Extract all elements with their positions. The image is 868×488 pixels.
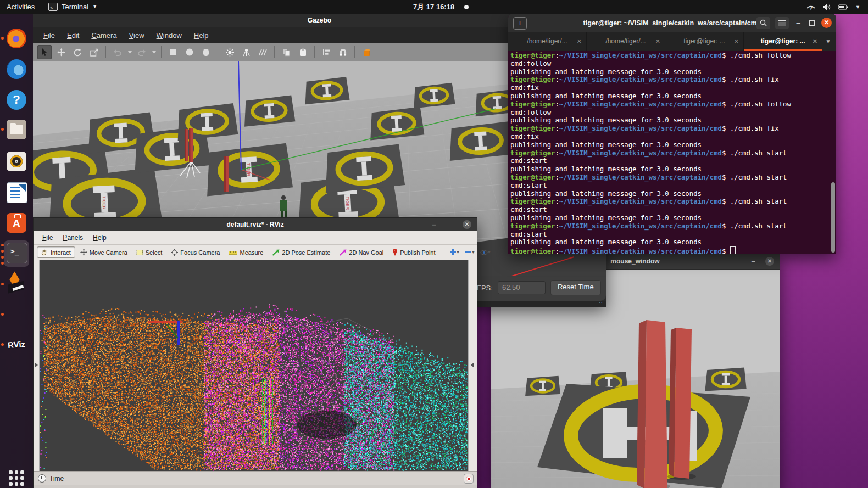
terminal-line-output: publishing and latching message for 3.0 … xyxy=(510,165,836,173)
app-menu-button[interactable]: Terminal ▼ xyxy=(43,0,103,14)
paste-button[interactable] xyxy=(296,45,310,59)
battery-icon xyxy=(838,3,849,11)
align-tool[interactable] xyxy=(319,45,333,59)
close-icon[interactable]: ✕ xyxy=(765,257,774,266)
pointcloud-render[interactable] xyxy=(40,260,468,471)
select-tool[interactable] xyxy=(37,45,52,59)
maximize-button[interactable] xyxy=(446,220,455,229)
rotate-tool[interactable] xyxy=(70,45,85,59)
tab-1[interactable]: /home/tiger/...✕ xyxy=(508,32,587,51)
tab-4-active[interactable]: tiger@tiger: ...✕ xyxy=(744,32,822,51)
tool-interact[interactable]: Interact xyxy=(37,246,75,258)
dock-item-firefox[interactable] xyxy=(0,29,33,55)
dock-item-rviz[interactable]: RViz xyxy=(0,335,33,361)
dock-item-terminal[interactable]: >_ xyxy=(0,243,33,269)
rviz-menu-help[interactable]: Help xyxy=(88,233,111,243)
fps-field[interactable]: 62.50 xyxy=(498,281,546,294)
dock-item-files[interactable] xyxy=(0,120,33,146)
search-button[interactable] xyxy=(756,17,770,29)
gazebo-menu-edit[interactable]: Edit xyxy=(62,30,84,41)
show-applications-icon xyxy=(9,470,24,486)
redo-button[interactable] xyxy=(135,45,149,59)
tool-measure[interactable]: Measure xyxy=(225,248,267,257)
tab-close-icon[interactable]: ✕ xyxy=(577,38,582,45)
right-panel-collapse-strip[interactable] xyxy=(468,260,477,471)
dock-item-hidden-app[interactable] xyxy=(0,305,33,331)
spot-light[interactable] xyxy=(239,45,253,59)
tool-properties-button[interactable]: ▾ xyxy=(478,249,493,256)
insert-cylinder[interactable] xyxy=(199,45,213,59)
tool-2d-nav-goal[interactable]: 2D Nav Goal xyxy=(335,248,387,257)
scale-tool[interactable] xyxy=(87,45,101,59)
dock-item-gazebo[interactable] xyxy=(0,274,33,301)
dock-item-thunderbird[interactable] xyxy=(0,59,33,86)
translate-tool[interactable] xyxy=(54,45,68,59)
redo-history-caret[interactable] xyxy=(151,45,157,59)
caret-down-icon: ▼ xyxy=(92,0,97,14)
undo-button[interactable] xyxy=(110,45,125,59)
snap-tool[interactable] xyxy=(336,45,350,59)
gazebo-menu-file[interactable]: File xyxy=(38,30,60,41)
maximize-button[interactable] xyxy=(808,19,816,27)
collapse-left-icon[interactable] xyxy=(35,362,38,368)
tool-label: 2D Nav Goal xyxy=(349,249,383,256)
svg-text:TIGER: TIGER xyxy=(246,163,251,177)
point-light[interactable] xyxy=(222,45,237,59)
rviz-menu-panels[interactable]: Panels xyxy=(58,233,87,243)
terminal-tabbar: /home/tiger/...✕/home/tiger/...✕tiger@ti… xyxy=(508,32,836,51)
tab-3[interactable]: tiger@tiger: ...✕ xyxy=(665,32,744,51)
paste-button-icon xyxy=(299,48,307,57)
dock-item-help[interactable]: ? xyxy=(0,90,33,116)
tool-publish-point[interactable]: Publish Point xyxy=(388,247,439,257)
desktop: mouse_window – ✕ Gazebo FileEditCameraVi… xyxy=(0,0,868,488)
close-icon[interactable]: ✕ xyxy=(463,220,471,229)
system-status-area[interactable]: ? ▼ xyxy=(802,0,865,14)
insert-sphere[interactable] xyxy=(182,45,197,59)
rviz-menu-file[interactable]: File xyxy=(38,233,57,243)
rviz-titlebar[interactable]: default.rviz* - RViz – ✕ xyxy=(34,218,477,231)
menu-button[interactable] xyxy=(775,17,789,29)
gazebo-menu-help[interactable]: Help xyxy=(189,30,214,41)
minimize-button[interactable]: – xyxy=(430,220,438,229)
minimize-button[interactable]: – xyxy=(794,19,803,27)
tool-select[interactable]: Select xyxy=(132,248,166,257)
left-panel-collapse-strip[interactable] xyxy=(34,260,40,471)
remove-tool-button[interactable]: ▾ xyxy=(463,249,477,256)
terminal-output[interactable]: tiger@tiger:~/VISIM_single/catkin_ws/src… xyxy=(508,51,836,254)
terminal-line-output: cmd:start xyxy=(510,157,836,165)
collapse-right-icon[interactable] xyxy=(471,362,474,368)
terminal-headerbar[interactable]: + tiger@tiger: ~/VISIM_single/catkin_ws/… xyxy=(508,14,836,32)
tab-2[interactable]: /home/tiger/...✕ xyxy=(587,32,665,51)
dock-item-rhythmbox[interactable] xyxy=(0,152,33,178)
scrollbar-thumb[interactable] xyxy=(831,182,835,253)
minimize-button[interactable]: – xyxy=(749,257,758,266)
gazebo-menu-view[interactable]: View xyxy=(124,30,149,41)
time-panel-close-button[interactable] xyxy=(464,474,474,484)
copy-button[interactable] xyxy=(279,45,293,59)
thunderbird-icon xyxy=(7,59,26,79)
close-icon[interactable]: ✕ xyxy=(821,18,832,28)
tool-2d-pose-estimate[interactable]: 2D Pose Estimate xyxy=(268,248,334,257)
gazebo-menu-camera[interactable]: Camera xyxy=(86,30,121,41)
gazebo-menu-window[interactable]: Window xyxy=(152,30,187,41)
insert-box[interactable] xyxy=(166,45,180,59)
command-text: ./cmd.sh follow xyxy=(730,100,791,108)
tab-close-icon[interactable]: ✕ xyxy=(813,38,817,45)
undo-history-caret[interactable] xyxy=(127,45,132,59)
activities-button[interactable]: Activities xyxy=(1,0,40,14)
terminal-line-output: publishing and latching message for 3.0 … xyxy=(510,116,836,125)
tab-list-dropdown[interactable]: ▼ xyxy=(820,32,836,51)
tool-move-camera[interactable]: Move Camera xyxy=(76,247,131,257)
reset-time-button[interactable]: Reset Time xyxy=(550,280,601,295)
resize-grip[interactable]: .:: xyxy=(597,301,604,306)
view-angle-tool[interactable] xyxy=(359,45,374,59)
tool-focus-camera[interactable]: Focus Camera xyxy=(167,247,224,257)
directional-light[interactable] xyxy=(255,45,270,59)
show-applications-button[interactable] xyxy=(0,465,33,488)
add-tool-button[interactable]: ▾ xyxy=(447,248,461,257)
dock-item-writer[interactable] xyxy=(0,182,33,209)
dock-item-software[interactable]: A xyxy=(0,213,33,239)
tab-close-icon[interactable]: ✕ xyxy=(734,38,739,45)
clock[interactable]: 7月 17 16:18 xyxy=(408,0,460,14)
tab-close-icon[interactable]: ✕ xyxy=(655,38,660,45)
